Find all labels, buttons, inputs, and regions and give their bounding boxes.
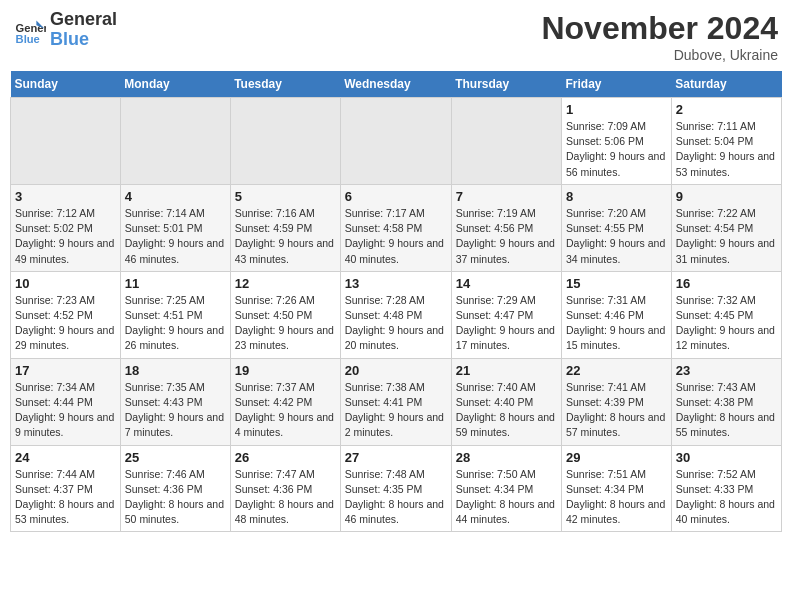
weekday-header-cell: Saturday: [671, 71, 781, 98]
calendar-day-cell: 3Sunrise: 7:12 AMSunset: 5:02 PMDaylight…: [11, 184, 121, 271]
day-info: Sunrise: 7:19 AMSunset: 4:56 PMDaylight:…: [456, 206, 557, 267]
weekday-header-cell: Tuesday: [230, 71, 340, 98]
day-number: 4: [125, 189, 226, 204]
day-info: Sunrise: 7:25 AMSunset: 4:51 PMDaylight:…: [125, 293, 226, 354]
day-number: 9: [676, 189, 777, 204]
calendar-day-cell: 8Sunrise: 7:20 AMSunset: 4:55 PMDaylight…: [562, 184, 672, 271]
day-info: Sunrise: 7:28 AMSunset: 4:48 PMDaylight:…: [345, 293, 447, 354]
day-info: Sunrise: 7:17 AMSunset: 4:58 PMDaylight:…: [345, 206, 447, 267]
calendar-body: 1Sunrise: 7:09 AMSunset: 5:06 PMDaylight…: [11, 98, 782, 532]
svg-text:General: General: [16, 21, 46, 33]
day-number: 17: [15, 363, 116, 378]
location: Dubove, Ukraine: [541, 47, 778, 63]
weekday-header-row: SundayMondayTuesdayWednesdayThursdayFrid…: [11, 71, 782, 98]
day-info: Sunrise: 7:26 AMSunset: 4:50 PMDaylight:…: [235, 293, 336, 354]
day-number: 24: [15, 450, 116, 465]
calendar-day-cell: 16Sunrise: 7:32 AMSunset: 4:45 PMDayligh…: [671, 271, 781, 358]
day-info: Sunrise: 7:37 AMSunset: 4:42 PMDaylight:…: [235, 380, 336, 441]
day-number: 20: [345, 363, 447, 378]
calendar-day-cell: 24Sunrise: 7:44 AMSunset: 4:37 PMDayligh…: [11, 445, 121, 532]
calendar-day-cell: 4Sunrise: 7:14 AMSunset: 5:01 PMDaylight…: [120, 184, 230, 271]
weekday-header-cell: Wednesday: [340, 71, 451, 98]
day-number: 6: [345, 189, 447, 204]
calendar-day-cell: [11, 98, 121, 185]
day-number: 21: [456, 363, 557, 378]
calendar-day-cell: [451, 98, 561, 185]
calendar-day-cell: 21Sunrise: 7:40 AMSunset: 4:40 PMDayligh…: [451, 358, 561, 445]
calendar-week-row: 3Sunrise: 7:12 AMSunset: 5:02 PMDaylight…: [11, 184, 782, 271]
calendar-day-cell: [230, 98, 340, 185]
day-number: 2: [676, 102, 777, 117]
day-info: Sunrise: 7:20 AMSunset: 4:55 PMDaylight:…: [566, 206, 667, 267]
day-info: Sunrise: 7:46 AMSunset: 4:36 PMDaylight:…: [125, 467, 226, 528]
day-info: Sunrise: 7:29 AMSunset: 4:47 PMDaylight:…: [456, 293, 557, 354]
weekday-header-cell: Monday: [120, 71, 230, 98]
calendar-day-cell: 26Sunrise: 7:47 AMSunset: 4:36 PMDayligh…: [230, 445, 340, 532]
day-number: 22: [566, 363, 667, 378]
day-info: Sunrise: 7:38 AMSunset: 4:41 PMDaylight:…: [345, 380, 447, 441]
calendar-week-row: 17Sunrise: 7:34 AMSunset: 4:44 PMDayligh…: [11, 358, 782, 445]
calendar-table: SundayMondayTuesdayWednesdayThursdayFrid…: [10, 71, 782, 532]
day-info: Sunrise: 7:09 AMSunset: 5:06 PMDaylight:…: [566, 119, 667, 180]
day-number: 19: [235, 363, 336, 378]
day-info: Sunrise: 7:14 AMSunset: 5:01 PMDaylight:…: [125, 206, 226, 267]
calendar-day-cell: 30Sunrise: 7:52 AMSunset: 4:33 PMDayligh…: [671, 445, 781, 532]
calendar-day-cell: 17Sunrise: 7:34 AMSunset: 4:44 PMDayligh…: [11, 358, 121, 445]
logo-icon: General Blue: [14, 14, 46, 46]
day-number: 28: [456, 450, 557, 465]
calendar-day-cell: 22Sunrise: 7:41 AMSunset: 4:39 PMDayligh…: [562, 358, 672, 445]
calendar-day-cell: 2Sunrise: 7:11 AMSunset: 5:04 PMDaylight…: [671, 98, 781, 185]
calendar-day-cell: 9Sunrise: 7:22 AMSunset: 4:54 PMDaylight…: [671, 184, 781, 271]
weekday-header-cell: Sunday: [11, 71, 121, 98]
calendar-week-row: 1Sunrise: 7:09 AMSunset: 5:06 PMDaylight…: [11, 98, 782, 185]
calendar-day-cell: 6Sunrise: 7:17 AMSunset: 4:58 PMDaylight…: [340, 184, 451, 271]
day-number: 15: [566, 276, 667, 291]
day-number: 7: [456, 189, 557, 204]
calendar-day-cell: 5Sunrise: 7:16 AMSunset: 4:59 PMDaylight…: [230, 184, 340, 271]
day-number: 13: [345, 276, 447, 291]
logo: General Blue General Blue: [14, 10, 117, 50]
day-number: 3: [15, 189, 116, 204]
calendar-day-cell: [340, 98, 451, 185]
day-number: 18: [125, 363, 226, 378]
calendar-day-cell: 27Sunrise: 7:48 AMSunset: 4:35 PMDayligh…: [340, 445, 451, 532]
day-info: Sunrise: 7:11 AMSunset: 5:04 PMDaylight:…: [676, 119, 777, 180]
calendar-week-row: 24Sunrise: 7:44 AMSunset: 4:37 PMDayligh…: [11, 445, 782, 532]
calendar-day-cell: 20Sunrise: 7:38 AMSunset: 4:41 PMDayligh…: [340, 358, 451, 445]
calendar-day-cell: 29Sunrise: 7:51 AMSunset: 4:34 PMDayligh…: [562, 445, 672, 532]
day-number: 12: [235, 276, 336, 291]
calendar-day-cell: 12Sunrise: 7:26 AMSunset: 4:50 PMDayligh…: [230, 271, 340, 358]
day-info: Sunrise: 7:40 AMSunset: 4:40 PMDaylight:…: [456, 380, 557, 441]
day-info: Sunrise: 7:47 AMSunset: 4:36 PMDaylight:…: [235, 467, 336, 528]
page-header: General Blue General Blue November 2024 …: [10, 10, 782, 63]
calendar-day-cell: 28Sunrise: 7:50 AMSunset: 4:34 PMDayligh…: [451, 445, 561, 532]
day-number: 14: [456, 276, 557, 291]
day-info: Sunrise: 7:44 AMSunset: 4:37 PMDaylight:…: [15, 467, 116, 528]
calendar-day-cell: 18Sunrise: 7:35 AMSunset: 4:43 PMDayligh…: [120, 358, 230, 445]
calendar-day-cell: 1Sunrise: 7:09 AMSunset: 5:06 PMDaylight…: [562, 98, 672, 185]
day-number: 1: [566, 102, 667, 117]
day-number: 16: [676, 276, 777, 291]
day-number: 25: [125, 450, 226, 465]
logo-text-line1: General: [50, 10, 117, 30]
calendar-day-cell: 7Sunrise: 7:19 AMSunset: 4:56 PMDaylight…: [451, 184, 561, 271]
day-info: Sunrise: 7:12 AMSunset: 5:02 PMDaylight:…: [15, 206, 116, 267]
day-number: 8: [566, 189, 667, 204]
day-info: Sunrise: 7:52 AMSunset: 4:33 PMDaylight:…: [676, 467, 777, 528]
day-info: Sunrise: 7:23 AMSunset: 4:52 PMDaylight:…: [15, 293, 116, 354]
day-number: 5: [235, 189, 336, 204]
day-info: Sunrise: 7:51 AMSunset: 4:34 PMDaylight:…: [566, 467, 667, 528]
calendar-day-cell: 11Sunrise: 7:25 AMSunset: 4:51 PMDayligh…: [120, 271, 230, 358]
calendar-day-cell: 15Sunrise: 7:31 AMSunset: 4:46 PMDayligh…: [562, 271, 672, 358]
day-info: Sunrise: 7:48 AMSunset: 4:35 PMDaylight:…: [345, 467, 447, 528]
calendar-day-cell: 14Sunrise: 7:29 AMSunset: 4:47 PMDayligh…: [451, 271, 561, 358]
day-info: Sunrise: 7:16 AMSunset: 4:59 PMDaylight:…: [235, 206, 336, 267]
calendar-day-cell: 25Sunrise: 7:46 AMSunset: 4:36 PMDayligh…: [120, 445, 230, 532]
calendar-day-cell: 10Sunrise: 7:23 AMSunset: 4:52 PMDayligh…: [11, 271, 121, 358]
day-number: 30: [676, 450, 777, 465]
calendar-day-cell: [120, 98, 230, 185]
day-number: 23: [676, 363, 777, 378]
month-title: November 2024: [541, 10, 778, 47]
weekday-header-cell: Thursday: [451, 71, 561, 98]
day-number: 10: [15, 276, 116, 291]
